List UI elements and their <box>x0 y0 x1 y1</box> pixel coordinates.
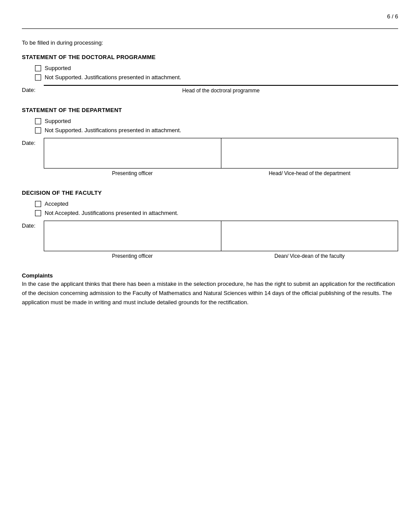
department-sig-box-right <box>221 138 399 169</box>
department-not-supported-checkbox[interactable] <box>35 127 41 134</box>
department-supported-label: Supported <box>45 118 71 124</box>
faculty-sig-captions: Presenting officer Dean/ Vice-dean of th… <box>44 251 398 259</box>
faculty-not-accepted-label: Not Accepted. Justifications presented i… <box>45 210 178 216</box>
faculty-caption-left: Presenting officer <box>44 251 221 259</box>
top-divider <box>22 28 398 29</box>
faculty-accepted-label: Accepted <box>45 200 68 207</box>
faculty-date-sig-row: Date: Presenting officer Dean/ Vice-dean… <box>22 221 398 259</box>
doctoral-title: STATEMENT OF THE DOCTORAL PROGRAMME <box>22 54 398 60</box>
faculty-title: DECISION OF THE FACULTY <box>22 190 398 196</box>
department-sig-area: Presenting officer Head/ Vice-head of th… <box>44 138 398 176</box>
doctoral-date-label: Date: <box>22 85 44 93</box>
doctoral-supported-row: Supported <box>35 65 398 71</box>
department-caption-left: Presenting officer <box>44 169 221 176</box>
department-not-supported-label: Not Supported. Justifications presented … <box>45 127 181 134</box>
doctoral-supported-checkbox[interactable] <box>35 65 41 71</box>
faculty-sig-box-left <box>44 221 221 251</box>
department-sig-boxes <box>44 138 398 169</box>
doctoral-not-supported-label: Not Supported. Justifications presented … <box>45 74 181 81</box>
department-not-supported-row: Not Supported. Justifications presented … <box>35 127 398 134</box>
doctoral-sig-caption: Head of the doctroral programme <box>44 86 398 94</box>
doctoral-supported-label: Supported <box>45 65 71 71</box>
doctoral-section: STATEMENT OF THE DOCTORAL PROGRAMME Supp… <box>22 54 398 94</box>
faculty-accepted-row: Accepted <box>35 200 398 207</box>
faculty-section: DECISION OF THE FACULTY Accepted Not Acc… <box>22 190 398 259</box>
department-supported-row: Supported <box>35 118 398 124</box>
department-caption-right: Head/ Vice-head of the department <box>221 169 398 176</box>
department-date-sig-row: Date: Presenting officer Head/ Vice-head… <box>22 138 398 176</box>
doctoral-sig-area: Head of the doctroral programme <box>44 85 398 94</box>
faculty-sig-area: Presenting officer Dean/ Vice-dean of th… <box>44 221 398 259</box>
department-sig-box-left <box>44 138 221 169</box>
faculty-sig-box-right <box>221 221 399 251</box>
faculty-date-label: Date: <box>22 221 44 229</box>
faculty-not-accepted-checkbox[interactable] <box>35 210 41 216</box>
page-number: 6 / 6 <box>22 13 398 20</box>
complaints-title: Complaints <box>22 272 53 279</box>
doctoral-date-sig-row: Date: Head of the doctroral programme <box>22 85 398 94</box>
department-sig-captions: Presenting officer Head/ Vice-head of th… <box>44 169 398 176</box>
department-supported-checkbox[interactable] <box>35 118 41 124</box>
complaints-section: Complaints In the case the applicant thi… <box>22 272 398 307</box>
faculty-sig-boxes <box>44 221 398 251</box>
faculty-caption-right: Dean/ Vice-dean of the faculty <box>221 251 398 259</box>
department-section: STATEMENT OF THE DEPARTMENT Supported No… <box>22 107 398 176</box>
doctoral-not-supported-row: Not Supported. Justifications presented … <box>35 74 398 81</box>
faculty-accepted-checkbox[interactable] <box>35 201 41 207</box>
faculty-not-accepted-row: Not Accepted. Justifications presented i… <box>35 210 398 216</box>
intro-text: To be filled in during processing: <box>22 39 398 46</box>
doctoral-not-supported-checkbox[interactable] <box>35 74 41 81</box>
department-date-label: Date: <box>22 138 44 146</box>
complaints-text: In the case the applicant thinks that th… <box>22 280 398 307</box>
department-title: STATEMENT OF THE DEPARTMENT <box>22 107 398 113</box>
